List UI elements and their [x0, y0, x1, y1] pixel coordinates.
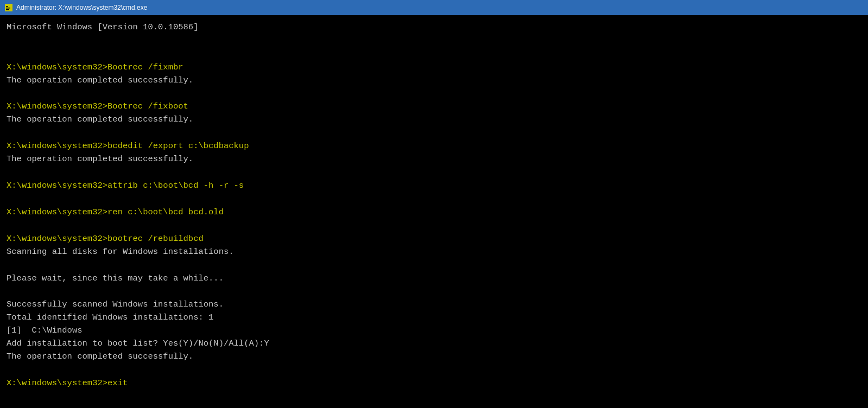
- window-container: Administrator: X:\windows\system32\cmd.e…: [0, 0, 868, 408]
- terminal-line: The operation completed successfully.: [7, 350, 861, 363]
- terminal-line: Total identified Windows installations: …: [7, 311, 861, 324]
- svg-rect-3: [6, 9, 9, 10]
- terminal-empty-line: [7, 285, 861, 298]
- terminal-empty-line: [7, 258, 861, 272]
- terminal-line: Scanning all disks for Windows installat…: [7, 245, 861, 258]
- terminal-empty-line: [7, 363, 861, 377]
- terminal-line: Successfully scanned Windows installatio…: [7, 298, 861, 311]
- terminal-line: The operation completed successfully.: [7, 74, 861, 87]
- terminal-line: Add installation to boot list? Yes(Y)/No…: [7, 337, 861, 350]
- terminal-line: X:\windows\system32>ren c:\boot\bcd bcd.…: [7, 206, 861, 219]
- terminal-line: Microsoft Windows [Version 10.0.10586]: [7, 21, 861, 34]
- terminal-line: Please wait, since this may take a while…: [7, 272, 861, 285]
- terminal-line: X:\windows\system32>Bootrec /fixboot: [7, 100, 861, 113]
- terminal-empty-line: [7, 219, 861, 232]
- terminal-line: X:\windows\system32>attrib c:\boot\bcd -…: [7, 179, 861, 192]
- terminal-line: X:\windows\system32>exit: [7, 377, 861, 390]
- cmd-icon: [4, 3, 13, 12]
- terminal-empty-line: [7, 192, 861, 206]
- title-bar-text: Administrator: X:\windows\system32\cmd.e…: [16, 4, 147, 11]
- terminal-line: The operation completed successfully.: [7, 113, 861, 126]
- terminal-empty-line: [7, 87, 861, 100]
- terminal-line: X:\windows\system32>bootrec /rebuildbcd: [7, 232, 861, 245]
- terminal-line: X:\windows\system32>bcdedit /export c:\b…: [7, 139, 861, 152]
- terminal-body: Microsoft Windows [Version 10.0.10586]X:…: [0, 15, 868, 408]
- terminal-line: The operation completed successfully.: [7, 152, 861, 165]
- svg-rect-1: [6, 6, 8, 7]
- svg-rect-2: [6, 8, 10, 9]
- terminal-empty-line: [7, 126, 861, 139]
- terminal-empty-line: [7, 34, 861, 47]
- terminal-empty-line: [7, 47, 861, 61]
- terminal-line: [1] C:\Windows: [7, 324, 861, 337]
- title-bar: Administrator: X:\windows\system32\cmd.e…: [0, 0, 868, 15]
- terminal-empty-line: [7, 165, 861, 179]
- terminal-line: X:\windows\system32>Bootrec /fixmbr: [7, 61, 861, 74]
